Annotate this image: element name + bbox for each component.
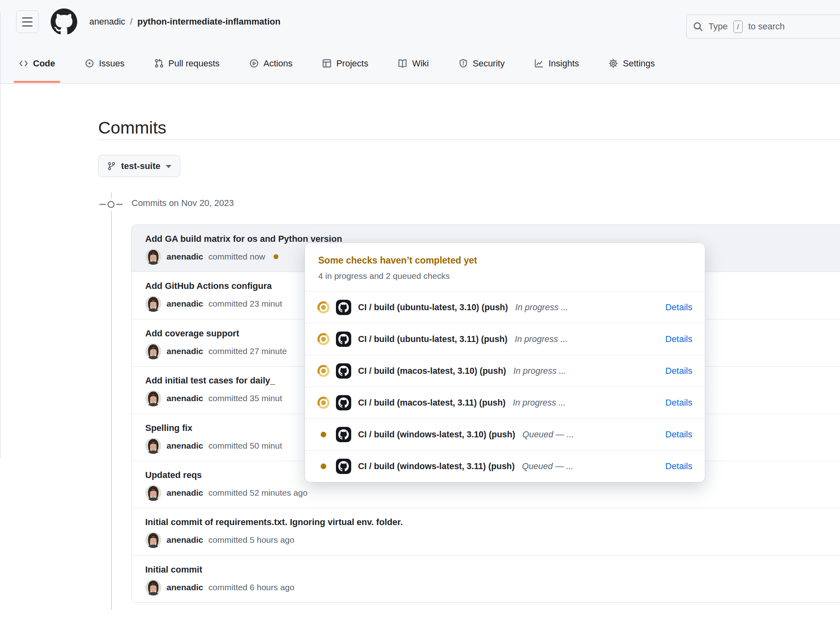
details-link[interactable]: Details — [665, 429, 692, 440]
repo-nav-tabs: Code Issues Pull requests Action — [0, 43, 840, 83]
avatar[interactable] — [145, 249, 161, 265]
commit-meta-text: committed 6 hours ago — [208, 583, 294, 592]
search-placeholder-suffix: to search — [748, 21, 785, 32]
commit-meta-text: committed 23 minut — [208, 299, 282, 309]
commit-meta-text: committed 50 minut — [208, 441, 282, 451]
page-title: Commits — [98, 118, 167, 138]
check-list: CI / build (ubuntu-latest, 3.10) (push) … — [305, 291, 705, 482]
tab-pull-requests[interactable]: Pull requests — [154, 43, 220, 83]
details-link[interactable]: Details — [665, 398, 692, 408]
avatar[interactable] — [145, 438, 161, 454]
commit-meta-text: committed 35 minut — [208, 393, 282, 403]
viewport-edge-line — [0, 12, 0, 459]
github-actions-avatar — [336, 363, 351, 379]
tab-insights[interactable]: Insights — [534, 43, 579, 83]
github-actions-avatar — [336, 427, 351, 442]
avatar[interactable] — [145, 485, 161, 501]
gear-icon — [609, 59, 618, 68]
commit-title-link[interactable]: Initial commit of requirements.txt. Igno… — [145, 517, 840, 527]
graph-icon — [534, 59, 544, 68]
avatar[interactable] — [145, 343, 161, 359]
global-search-input[interactable]: Type / to search — [686, 14, 840, 39]
check-row: CI / build (ubuntu-latest, 3.10) (push) … — [305, 291, 705, 323]
check-name: CI / build (ubuntu-latest, 3.10) (push) — [358, 303, 508, 313]
book-icon — [398, 59, 407, 68]
branch-selector-button[interactable]: test-suite — [98, 155, 180, 177]
check-status: In progress ... — [515, 334, 567, 344]
commit-author-link[interactable]: anenadic — [167, 299, 203, 309]
avatar[interactable] — [145, 390, 161, 406]
check-name: CI / build (windows-latest, 3.11) (push) — [358, 461, 515, 472]
tab-actions[interactable]: Actions — [249, 43, 292, 83]
github-actions-avatar — [336, 300, 351, 315]
tab-code[interactable]: Code — [19, 43, 55, 83]
issue-opened-icon — [85, 59, 94, 68]
commit-row[interactable]: Initial commit of requirements.txt. Igno… — [132, 508, 840, 555]
in-progress-spinner-icon — [317, 397, 329, 409]
breadcrumb-repo-link[interactable]: python-intermediate-inflammation — [137, 16, 280, 27]
commit-author-link[interactable]: anenadic — [167, 346, 203, 356]
checks-popover-title: Some checks haven’t completed yet — [318, 255, 692, 266]
check-name: CI / build (ubuntu-latest, 3.11) (push) — [358, 334, 507, 344]
search-icon — [693, 22, 703, 31]
slash-keycap: / — [733, 21, 743, 33]
details-link[interactable]: Details — [665, 334, 692, 344]
in-progress-spinner-icon — [317, 365, 329, 377]
timeline-line — [111, 192, 112, 199]
commit-author-link[interactable]: anenadic — [167, 441, 203, 451]
tab-security[interactable]: Security — [459, 43, 504, 83]
in-progress-spinner-icon — [317, 301, 329, 313]
search-placeholder-prefix: Type — [708, 21, 728, 32]
check-status: In progress ... — [513, 366, 566, 376]
github-actions-avatar — [336, 332, 351, 347]
breadcrumb-divider: / — [125, 16, 137, 27]
commit-meta-text: committed 27 minute — [208, 346, 287, 356]
commit-meta-text: committed 52 minutes ago — [208, 488, 307, 498]
github-actions-avatar — [336, 395, 351, 410]
table-icon — [322, 59, 331, 68]
branch-name-label: test-suite — [121, 161, 161, 171]
queued-dot-icon — [317, 428, 329, 441]
global-menu-button[interactable] — [16, 10, 39, 33]
github-logo-icon[interactable] — [51, 8, 77, 35]
tab-wiki[interactable]: Wiki — [398, 43, 429, 83]
commit-meta-text: committed 5 hours ago — [208, 535, 294, 545]
queued-dot-icon — [317, 460, 329, 472]
avatar[interactable] — [145, 296, 161, 312]
github-actions-avatar — [336, 459, 351, 474]
checks-popover: Some checks haven’t completed yet 4 in p… — [305, 243, 705, 482]
breadcrumb-owner-link[interactable]: anenadic — [89, 16, 125, 27]
details-link[interactable]: Details — [665, 302, 692, 313]
commit-author-link[interactable]: anenadic — [167, 488, 203, 498]
in-progress-spinner-icon — [317, 333, 329, 345]
tab-settings[interactable]: Settings — [609, 43, 655, 83]
shield-icon — [459, 59, 468, 68]
details-link[interactable]: Details — [665, 461, 692, 472]
play-icon — [249, 59, 259, 68]
timeline-line — [111, 211, 112, 610]
checks-popover-subtitle: 4 in progress and 2 queued checks — [318, 271, 692, 281]
breadcrumb: anenadic / python-intermediate-inflammat… — [89, 16, 280, 27]
commit-node-icon — [99, 200, 124, 209]
commit-row[interactable]: Initial commit anenadic committed 6 hour… — [132, 555, 840, 602]
commits-date-heading: Commits on Nov 20, 2023 — [132, 198, 234, 208]
commit-author-link[interactable]: anenadic — [167, 535, 203, 545]
title-divider — [98, 139, 840, 140]
avatar[interactable] — [145, 579, 161, 595]
commit-author-link[interactable]: anenadic — [167, 252, 203, 262]
github-commits-page: anenadic / python-intermediate-inflammat… — [0, 0, 840, 618]
details-link[interactable]: Details — [665, 366, 692, 376]
check-row: CI / build (windows-latest, 3.10) (push)… — [305, 418, 705, 450]
commit-author-link[interactable]: anenadic — [167, 393, 203, 403]
commit-title-link[interactable]: Initial commit — [145, 564, 840, 575]
tab-issues[interactable]: Issues — [85, 43, 125, 83]
check-status: In progress ... — [515, 303, 568, 313]
check-row: CI / build (macos-latest, 3.10) (push) I… — [305, 355, 705, 387]
commit-author-link[interactable]: anenadic — [167, 583, 203, 592]
check-status: Queued — ... — [523, 430, 574, 440]
git-pull-request-icon — [154, 59, 164, 68]
checks-status-dot[interactable] — [274, 254, 278, 259]
tab-projects[interactable]: Projects — [322, 43, 368, 83]
avatar[interactable] — [145, 532, 161, 548]
checks-popover-header: Some checks haven’t completed yet 4 in p… — [305, 243, 705, 281]
